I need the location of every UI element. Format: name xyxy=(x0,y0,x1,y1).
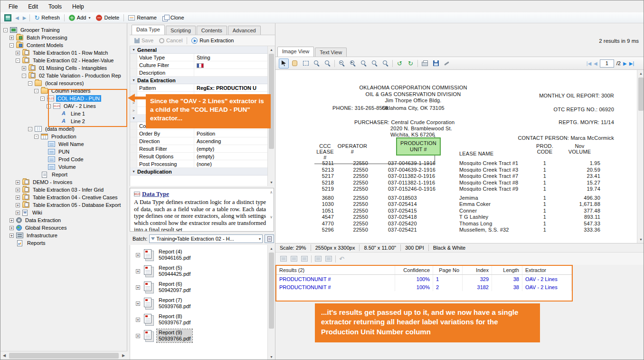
tree-expander-icon[interactable]: - xyxy=(40,97,45,101)
batch-document-button[interactable] xyxy=(265,234,274,243)
tree-expander-icon[interactable]: - xyxy=(47,104,51,108)
tree-expander-icon[interactable]: + xyxy=(16,203,20,207)
tab-contents[interactable]: Contents xyxy=(197,26,227,35)
extraction-results-grid[interactable]: Results (2)ConfidencePage NoIndexLengthE… xyxy=(275,265,573,302)
rotate-left-button[interactable]: ↺ xyxy=(395,58,405,68)
run-extraction-button[interactable]: Run Extraction xyxy=(189,36,237,45)
menu-edit[interactable]: Edit xyxy=(23,1,43,12)
property-value[interactable]: (none) xyxy=(194,161,267,167)
batch-combo[interactable]: Training•Table Extraction 02 - H... ▾ xyxy=(149,234,263,243)
tab-text-view[interactable]: Text View xyxy=(315,48,347,57)
tree-expander-icon[interactable]: - xyxy=(28,81,32,86)
property-value[interactable]: RegEx: PRODUCTION U xyxy=(194,85,267,91)
tree-expander-icon[interactable]: + xyxy=(9,36,14,40)
report-expander-icon[interactable]: + xyxy=(136,269,140,273)
save-image-button[interactable] xyxy=(431,58,441,68)
tree-expander-icon[interactable]: - xyxy=(3,28,8,32)
tree-expander-icon[interactable]: - xyxy=(16,58,20,63)
property-value[interactable] xyxy=(194,62,267,68)
refresh-button[interactable]: ↻ Refresh xyxy=(31,13,62,22)
property-row[interactable]: DirectionAscending xyxy=(130,137,267,145)
tree-item[interactable]: +Table Extraction 03 - Infer Grid xyxy=(0,186,127,194)
property-value[interactable]: (empty) xyxy=(194,146,267,152)
tab-data-type[interactable]: Data Type xyxy=(132,25,165,35)
scroll-down-icon[interactable]: ▼ xyxy=(268,353,275,360)
tree-expander-icon[interactable]: - xyxy=(34,135,38,139)
tree-item[interactable]: -(local resources) xyxy=(0,79,127,87)
node-tree[interactable]: -Grooper Training+Batch Processing-Conte… xyxy=(0,23,127,351)
region-tool-button[interactable] xyxy=(301,58,311,68)
page-number-input[interactable] xyxy=(600,59,614,68)
report-expander-icon[interactable]: + xyxy=(136,334,140,338)
save-button[interactable]: Save xyxy=(132,36,156,45)
select-tool-button[interactable] xyxy=(279,58,289,68)
viewer-settings-button[interactable] xyxy=(442,58,452,68)
scroll-left-icon[interactable]: ◀ xyxy=(0,353,8,358)
tree-item[interactable]: -COL HEAD - PUN xyxy=(0,95,127,102)
pan-tool-button[interactable] xyxy=(290,58,300,68)
tree-item[interactable]: -Column Headers xyxy=(0,87,127,95)
last-page-button[interactable]: ▶| xyxy=(629,61,634,66)
document-image-view[interactable]: OKLAHOMA CORPORATION COMMISSION OIL & GA… xyxy=(275,70,637,243)
tree-item[interactable]: -Table Extraction 02 - Header-Value xyxy=(0,57,127,64)
tree-expander-icon[interactable]: + xyxy=(9,234,14,238)
region-save-icon[interactable] xyxy=(301,256,308,262)
tree-item[interactable]: PUN xyxy=(0,148,127,156)
scroll-right-icon[interactable]: ▶ xyxy=(120,353,127,358)
tree-item[interactable]: -OAV - 2 Lines xyxy=(0,102,127,110)
property-section[interactable]: ▾Deduplication xyxy=(130,168,267,175)
property-row[interactable]: Description xyxy=(130,69,267,77)
menu-tools[interactable]: Tools xyxy=(43,1,67,12)
report-item[interactable]: +Report (4)50946165.pdf xyxy=(130,247,267,263)
tree-expander-icon[interactable]: + xyxy=(9,218,14,223)
delete-button[interactable]: Delete xyxy=(93,13,122,22)
region-select-icon[interactable] xyxy=(280,256,287,262)
tree-item[interactable]: Reports xyxy=(0,239,127,247)
tree-item[interactable]: +Batch Processing xyxy=(0,34,127,41)
report-item[interactable]: +Report (5)50944425.pdf xyxy=(130,263,267,279)
property-row[interactable]: PatternRegEx: PRODUCTION U xyxy=(130,84,267,92)
zoom-in-button[interactable] xyxy=(348,58,358,68)
undo-icon[interactable]: ↶ xyxy=(339,255,344,263)
tree-item[interactable]: Line 1 xyxy=(0,110,127,117)
tree-expander-icon[interactable]: + xyxy=(22,66,26,70)
tree-expander-icon[interactable]: + xyxy=(16,211,20,215)
next-page-button[interactable]: ▶ xyxy=(623,61,627,66)
print-button[interactable] xyxy=(420,58,430,68)
scroll-down-icon[interactable]: ▼ xyxy=(268,179,275,186)
zoom-width-button[interactable] xyxy=(380,58,390,68)
tree-item[interactable]: +Table Extraction 04 - Creative Cases xyxy=(0,194,127,201)
property-row[interactable]: Result Options(empty) xyxy=(130,153,267,160)
tree-item[interactable]: +01 Missing Cells - Intangibles xyxy=(0,64,127,72)
property-row[interactable]: Culture Filter xyxy=(130,61,267,69)
zoom-region-button[interactable] xyxy=(312,58,322,68)
tab-scripting[interactable]: Scripting xyxy=(166,26,196,35)
zoom-fit-button[interactable] xyxy=(369,58,379,68)
add-button[interactable]: Add ▾ xyxy=(66,13,94,22)
property-value[interactable]: String xyxy=(194,55,267,60)
property-row[interactable]: Value TypeString xyxy=(130,54,267,61)
property-value[interactable]: Ascending xyxy=(194,138,267,144)
zoom-actual-button[interactable] xyxy=(359,58,369,68)
tree-horizontal-scrollbar[interactable]: ◀ ▶ xyxy=(0,351,127,360)
tree-expander-icon[interactable]: - xyxy=(28,127,32,131)
report-item[interactable]: +Report (9)50939766.pdf xyxy=(130,328,267,344)
first-page-button[interactable]: |◀ xyxy=(587,61,591,66)
tab-advanced[interactable]: Advanced xyxy=(228,26,261,35)
preview-button[interactable] xyxy=(322,58,332,68)
crop-icon[interactable] xyxy=(315,256,322,262)
property-section[interactable]: ▾General xyxy=(130,46,267,54)
tree-expander-icon[interactable]: - xyxy=(9,43,14,48)
tree-item[interactable]: +Table Extraction 01 - Row Match xyxy=(0,49,127,57)
property-row[interactable]: Order ByPosition xyxy=(130,130,267,137)
tree-expander-icon[interactable]: + xyxy=(16,180,20,185)
document-scrollbar[interactable]: ▲ ▼ xyxy=(637,70,644,243)
tree-expander-icon[interactable]: + xyxy=(9,226,14,230)
report-expander-icon[interactable]: + xyxy=(136,253,140,257)
tree-item[interactable]: -Content Models xyxy=(0,41,127,49)
collapse-up-icon[interactable]: ∧ xyxy=(270,190,273,195)
tree-item[interactable]: -(data model) xyxy=(0,125,127,133)
document-list-scrollbar[interactable]: ▲ ▼ xyxy=(267,245,275,360)
property-value[interactable]: Position xyxy=(194,131,267,136)
tree-item[interactable]: +Data Extraction xyxy=(0,216,127,224)
